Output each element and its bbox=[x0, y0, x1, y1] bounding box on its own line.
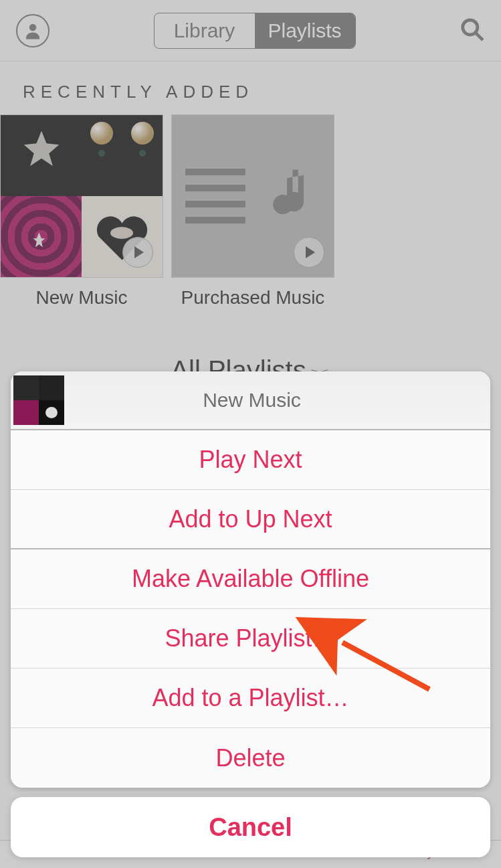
action-delete[interactable]: Delete bbox=[11, 728, 490, 788]
action-add-to-playlist[interactable]: Add to a Playlist… bbox=[11, 669, 490, 728]
action-add-up-next[interactable]: Add to Up Next bbox=[11, 490, 490, 549]
playlist-label: Purchased Music bbox=[171, 278, 334, 309]
search-icon[interactable] bbox=[460, 17, 485, 45]
svg-point-0 bbox=[29, 23, 37, 31]
recently-added-row: New Music Purchased Music bbox=[0, 114, 501, 309]
profile-icon[interactable] bbox=[16, 14, 49, 48]
tab-playlists[interactable]: Playlists bbox=[255, 13, 355, 48]
play-icon[interactable] bbox=[294, 237, 324, 268]
library-playlists-segment[interactable]: Library Playlists bbox=[154, 13, 356, 49]
play-icon[interactable] bbox=[122, 237, 153, 268]
action-sheet: New Music Play Next Add to Up Next Make … bbox=[11, 371, 490, 857]
playlist-card-new-music[interactable]: New Music bbox=[0, 114, 163, 309]
tab-library[interactable]: Library bbox=[155, 13, 255, 48]
section-title-recently-added: RECENTLY ADDED bbox=[0, 62, 501, 114]
svg-line-2 bbox=[476, 32, 483, 39]
cancel-button[interactable]: Cancel bbox=[11, 797, 490, 857]
playlist-card-purchased[interactable]: Purchased Music bbox=[171, 114, 334, 309]
svg-point-1 bbox=[463, 19, 478, 34]
top-toolbar: Library Playlists bbox=[0, 0, 501, 62]
playlist-label: New Music bbox=[0, 278, 163, 309]
action-sheet-title: New Music bbox=[64, 389, 490, 412]
action-share-playlist[interactable]: Share Playlist… bbox=[11, 609, 490, 669]
action-sheet-header: New Music bbox=[11, 371, 490, 430]
action-make-available-offline[interactable]: Make Available Offline bbox=[11, 549, 490, 609]
playlist-thumbnail-icon bbox=[13, 375, 64, 425]
action-play-next[interactable]: Play Next bbox=[11, 430, 490, 490]
